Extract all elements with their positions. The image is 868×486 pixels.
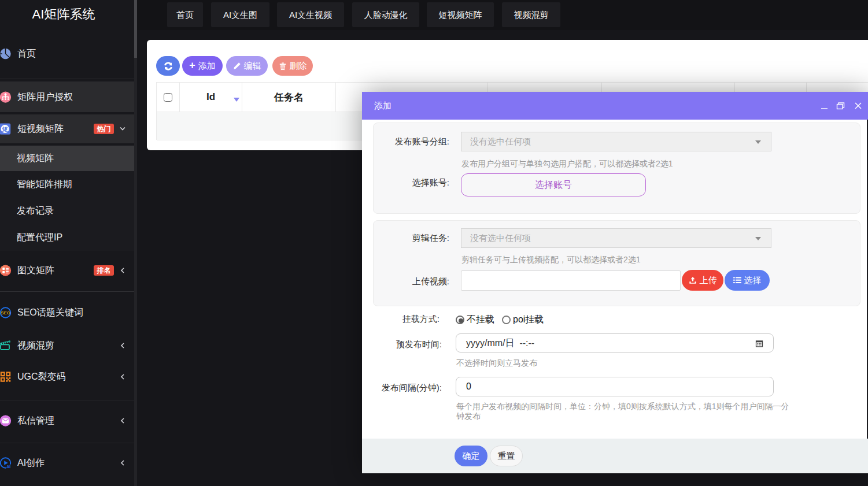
svg-text:矩: 矩	[2, 126, 8, 132]
svg-text:SEO: SEO	[1, 310, 10, 316]
svg-text:AI: AI	[6, 465, 10, 469]
